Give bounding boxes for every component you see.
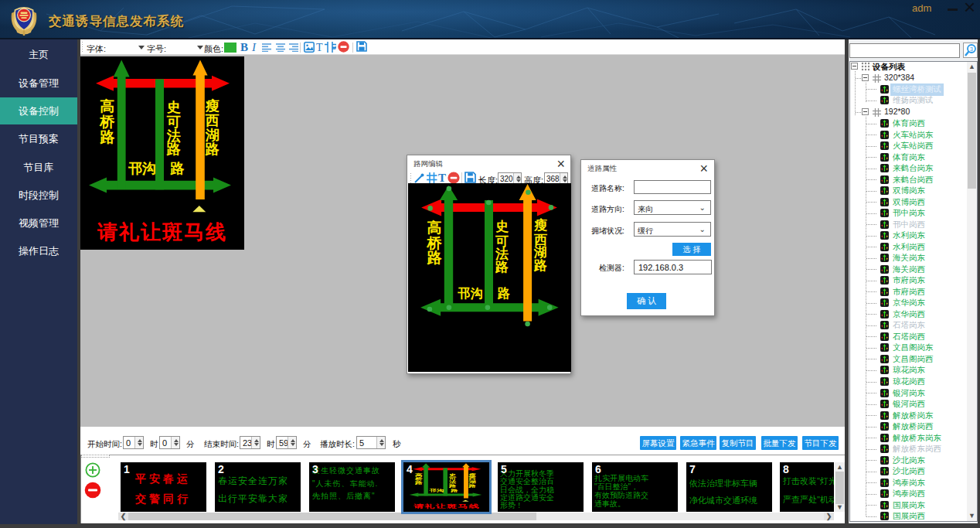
svg-text:邗沟: 邗沟 bbox=[458, 287, 483, 300]
svg-text:瘦: 瘦 bbox=[533, 217, 547, 233]
svg-text:路: 路 bbox=[166, 141, 181, 157]
svg-text:桥: 桥 bbox=[426, 235, 442, 251]
svg-text:路: 路 bbox=[205, 141, 219, 157]
svg-text:请礼让斑马线: 请礼让斑马线 bbox=[413, 503, 480, 509]
svg-text:路: 路 bbox=[468, 483, 476, 488]
svg-text:瘦: 瘦 bbox=[205, 98, 219, 114]
svg-text:路: 路 bbox=[99, 129, 115, 145]
svg-text:可: 可 bbox=[166, 114, 181, 130]
svg-text:路: 路 bbox=[450, 489, 458, 493]
svg-text:路: 路 bbox=[533, 258, 547, 273]
svg-text:桥: 桥 bbox=[99, 114, 115, 130]
svg-text:西: 西 bbox=[205, 113, 219, 128]
svg-text:请礼让斑马线: 请礼让斑马线 bbox=[97, 220, 227, 244]
svg-text:路: 路 bbox=[414, 481, 423, 485]
svg-text:邗沟: 邗沟 bbox=[128, 161, 156, 176]
svg-text:邗沟: 邗沟 bbox=[428, 489, 444, 493]
svg-text:高: 高 bbox=[100, 98, 114, 114]
svg-text:路: 路 bbox=[169, 161, 184, 176]
svg-text:路: 路 bbox=[497, 286, 510, 300]
svg-text:3: 3 bbox=[970, 46, 973, 52]
svg-text:高: 高 bbox=[427, 220, 441, 236]
svg-text:史: 史 bbox=[167, 100, 181, 115]
svg-text:史: 史 bbox=[495, 220, 509, 234]
svg-text:路: 路 bbox=[495, 260, 509, 274]
svg-text:路: 路 bbox=[426, 250, 442, 266]
svg-text:路: 路 bbox=[448, 483, 457, 488]
